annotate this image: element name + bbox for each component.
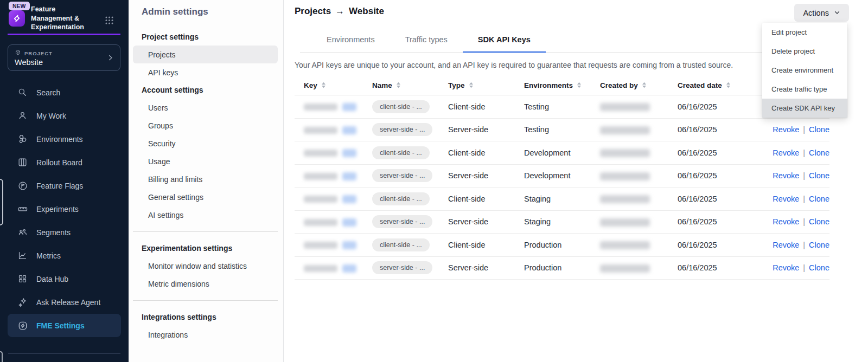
table-row: client-side - ... Client-side Staging 06… bbox=[295, 188, 829, 211]
admin-item-monitor-window-and-statistics[interactable]: Monitor window and statistics bbox=[133, 257, 278, 275]
revoke-link[interactable]: Revoke bbox=[773, 125, 799, 134]
breadcrumb-arrow: → bbox=[335, 6, 344, 16]
tab-sdk-api-keys[interactable]: SDK API Keys bbox=[463, 27, 546, 53]
project-selector[interactable]: PROJECT Website bbox=[8, 44, 120, 71]
clone-link[interactable]: Clone bbox=[809, 148, 829, 157]
redacted-key bbox=[304, 127, 337, 134]
sidebar-item-fme-settings[interactable]: FME Settings bbox=[8, 314, 121, 337]
sidebar-item-rollout-board[interactable]: Rollout Board bbox=[8, 151, 121, 174]
menu-item-create-environment[interactable]: Create environment bbox=[762, 61, 847, 80]
panel-handle bbox=[0, 179, 3, 225]
name-cell: client-side - ... bbox=[372, 238, 448, 251]
tab-environments[interactable]: Environments bbox=[311, 27, 390, 53]
action-separator: | bbox=[803, 125, 805, 134]
row-actions: Revoke|Clone bbox=[751, 241, 829, 249]
key-name-pill: server-side - ... bbox=[372, 169, 432, 182]
sidebar-item-my-work[interactable]: My Work bbox=[8, 104, 121, 127]
environment-cell: Production bbox=[524, 263, 600, 272]
sidebar-item-ask-release-agent[interactable]: Ask Release Agent bbox=[8, 290, 121, 314]
key-cell bbox=[295, 240, 372, 249]
admin-item-usage[interactable]: Usage bbox=[133, 152, 278, 170]
created-date-cell: 06/16/2025 bbox=[678, 217, 751, 226]
clone-link[interactable]: Clone bbox=[809, 125, 829, 134]
admin-item-security[interactable]: Security bbox=[133, 134, 278, 152]
admin-item-integrations[interactable]: Integrations bbox=[133, 326, 278, 344]
admin-item-billing-and-limits[interactable]: Billing and limits bbox=[133, 170, 278, 188]
redacted-copy-chip[interactable] bbox=[342, 172, 356, 180]
redacted-copy-chip[interactable] bbox=[342, 149, 356, 157]
environment-cell: Testing bbox=[524, 102, 600, 111]
sidebar-item-data-hub[interactable]: Data Hub bbox=[8, 267, 121, 290]
menu-item-create-sdk-api-key[interactable]: Create SDK API key bbox=[762, 99, 847, 118]
redacted-copy-chip[interactable] bbox=[342, 264, 356, 273]
tab-traffic-types[interactable]: Traffic types bbox=[390, 27, 463, 53]
admin-settings-title: Admin settings bbox=[129, 7, 283, 17]
admin-item-users[interactable]: Users bbox=[133, 99, 278, 117]
sidebar-item-label: FME Settings bbox=[36, 321, 85, 330]
sidebar-item-feature-flags[interactable]: Feature Flags bbox=[8, 174, 121, 197]
redacted-copy-chip[interactable] bbox=[342, 241, 356, 249]
flag-circle-icon bbox=[17, 180, 28, 191]
sidebar-item-metrics[interactable]: Metrics bbox=[8, 244, 121, 267]
menu-item-create-traffic-type[interactable]: Create traffic type bbox=[762, 80, 847, 99]
sidebar-item-label: Data Hub bbox=[36, 275, 68, 283]
column-header-type[interactable]: Type bbox=[448, 81, 524, 89]
redacted-key bbox=[304, 150, 337, 157]
column-header-key[interactable]: Key bbox=[295, 81, 372, 89]
clone-link[interactable]: Clone bbox=[809, 195, 829, 203]
admin-item-groups[interactable]: Groups bbox=[133, 117, 278, 134]
project-name: Website bbox=[15, 58, 113, 67]
key-cell bbox=[295, 102, 372, 111]
clone-link[interactable]: Clone bbox=[809, 217, 829, 226]
redacted-copy-chip[interactable] bbox=[342, 126, 356, 134]
clone-link[interactable]: Clone bbox=[809, 171, 829, 180]
revoke-link[interactable]: Revoke bbox=[773, 217, 799, 226]
revoke-link[interactable]: Revoke bbox=[773, 195, 799, 203]
sidebar-nav: Search My Work Environments Rollout Boar… bbox=[0, 81, 129, 337]
menu-item-delete-project[interactable]: Delete project bbox=[762, 42, 847, 61]
column-header-environments[interactable]: Environments bbox=[524, 81, 600, 89]
people-icon bbox=[17, 227, 28, 238]
clone-link[interactable]: Clone bbox=[809, 241, 829, 249]
admin-item-metric-dimensions[interactable]: Metric dimensions bbox=[133, 275, 278, 293]
ruler-icon bbox=[17, 204, 28, 215]
key-name-pill: server-side - ... bbox=[372, 215, 432, 228]
revoke-link[interactable]: Revoke bbox=[773, 148, 799, 157]
sidebar-item-label: Experiments bbox=[36, 205, 79, 214]
redacted-copy-chip[interactable] bbox=[342, 195, 356, 203]
sidebar-item-label: Ask Release Agent bbox=[36, 298, 100, 307]
revoke-link[interactable]: Revoke bbox=[773, 171, 799, 180]
redacted-created-by bbox=[600, 103, 650, 111]
sidebar-item-label: Metrics bbox=[36, 251, 61, 260]
breadcrumb-parent[interactable]: Projects bbox=[295, 6, 331, 16]
sidebar-item-experiments[interactable]: Experiments bbox=[8, 197, 121, 221]
admin-item-general-settings[interactable]: General settings bbox=[133, 188, 278, 206]
revoke-link[interactable]: Revoke bbox=[773, 263, 799, 272]
apps-grid-icon[interactable] bbox=[104, 15, 114, 28]
type-cell: Server-side bbox=[448, 171, 524, 180]
revoke-link[interactable]: Revoke bbox=[773, 241, 799, 249]
sidebar-item-search[interactable]: Search bbox=[8, 81, 121, 104]
column-header-created-date[interactable]: Created date bbox=[678, 81, 751, 89]
brand-logo bbox=[9, 10, 25, 27]
sidebar-item-environments[interactable]: Environments bbox=[8, 127, 121, 151]
redacted-copy-chip[interactable] bbox=[342, 103, 356, 111]
column-header-name[interactable]: Name bbox=[372, 81, 448, 89]
sidebar-item-label: My Work bbox=[36, 112, 66, 120]
actions-button[interactable]: Actions bbox=[794, 4, 849, 22]
clone-link[interactable]: Clone bbox=[809, 263, 829, 272]
sidebar-item-segments[interactable]: Segments bbox=[8, 221, 121, 244]
split-diamond-icon bbox=[17, 320, 28, 331]
redacted-key bbox=[304, 196, 337, 203]
admin-item-projects[interactable]: Projects bbox=[133, 46, 278, 63]
redacted-copy-chip[interactable] bbox=[342, 218, 356, 227]
column-header-created-by[interactable]: Created by bbox=[600, 81, 678, 89]
redacted-created-by bbox=[600, 195, 650, 203]
menu-item-edit-project[interactable]: Edit project bbox=[762, 23, 847, 42]
admin-item-ai-settings[interactable]: AI settings bbox=[133, 206, 278, 224]
redacted-key bbox=[304, 104, 337, 111]
created-by-cell bbox=[600, 125, 678, 134]
admin-item-api-keys[interactable]: API keys bbox=[133, 63, 278, 81]
environment-cell: Staging bbox=[524, 195, 600, 203]
created-by-cell bbox=[600, 148, 678, 157]
